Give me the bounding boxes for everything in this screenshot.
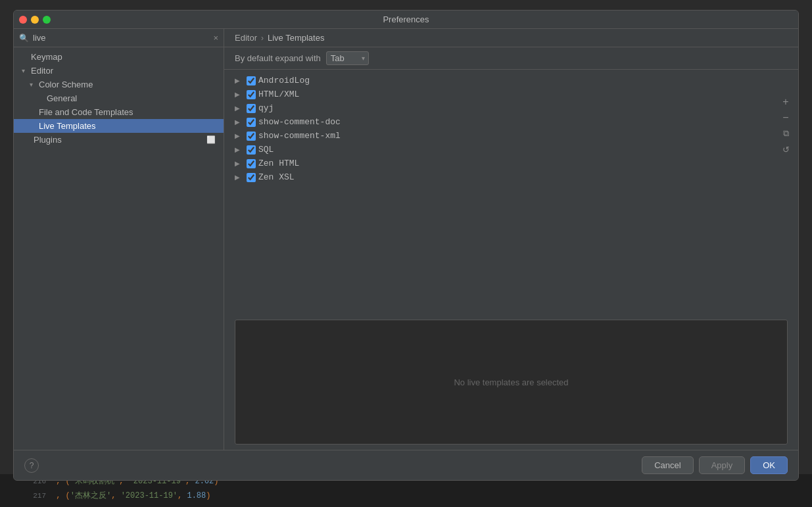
dialog-footer: ? Cancel Apply OK [14, 450, 798, 480]
main-list-area: ▶ AndroidLog ▶ HTML/XML ▶ qyj [224, 70, 798, 450]
sidebar-item-file-and-code-templates[interactable]: File and Code Templates [14, 105, 224, 119]
code-line-2: , ('杰林之反', '2023-11-19', 1.88) [56, 491, 210, 500]
template-group-qyj[interactable]: ▶ qyj [224, 101, 798, 115]
dialog-titlebar: Preferences [14, 11, 798, 29]
help-button[interactable]: ? [24, 458, 39, 473]
group-checkbox-show-comment-doc[interactable] [247, 118, 256, 127]
breadcrumb-separator: › [261, 34, 264, 43]
expand-label: By default expand with [235, 53, 321, 63]
sidebar-label-general: General [47, 93, 77, 103]
template-group-zen-xsl[interactable]: ▶ Zen XSL [224, 170, 798, 184]
templates-list: ▶ AndroidLog ▶ HTML/XML ▶ qyj [224, 70, 798, 314]
template-group-zen-html[interactable]: ▶ Zen HTML [224, 157, 798, 170]
group-name-html-xml: HTML/XML [258, 89, 299, 99]
tree-arrow-editor: ▾ [22, 67, 31, 74]
left-panel: 🔍 × Keymap ▾ Editor ▾ Color Scheme [14, 29, 224, 450]
preferences-dialog: Preferences 🔍 × Keymap ▾ Editor [13, 10, 799, 481]
remove-template-button[interactable]: − [778, 110, 793, 125]
sidebar-item-editor[interactable]: ▾ Editor [14, 64, 224, 78]
add-template-button[interactable]: + [778, 95, 793, 109]
group-name-zen-html: Zen HTML [258, 158, 299, 168]
toolbar-bar: By default expand with Tab Enter Space [224, 47, 798, 70]
side-actions: + − ⧉ ↺ [778, 95, 793, 157]
close-button[interactable] [19, 16, 27, 24]
group-checkbox-zen-html[interactable] [247, 159, 256, 168]
group-arrow-zen-html: ▶ [235, 160, 244, 167]
copy-template-button[interactable]: ⧉ [778, 126, 793, 141]
footer-left: ? [24, 458, 39, 473]
cancel-button[interactable]: Cancel [642, 456, 693, 474]
plugins-badge: ⬜ [206, 135, 216, 144]
template-group-show-comment-xml[interactable]: ▶ show-comment-xml [224, 129, 798, 143]
minimize-button[interactable] [31, 16, 39, 24]
group-checkbox-zen-xsl[interactable] [247, 173, 256, 182]
breadcrumb-current: Live Templates [268, 33, 324, 43]
group-name-qyj: qyj [258, 103, 274, 113]
sidebar-label-keymap: Keymap [31, 52, 62, 62]
code-line-num-2: 217 [26, 490, 46, 502]
group-arrow-sql: ▶ [235, 146, 244, 153]
sidebar-tree: Keymap ▾ Editor ▾ Color Scheme General [14, 47, 224, 450]
traffic-lights [19, 16, 51, 24]
search-bar: 🔍 × [14, 29, 224, 47]
search-input[interactable] [33, 33, 209, 43]
template-group-html-xml[interactable]: ▶ HTML/XML [224, 87, 798, 101]
restore-template-button[interactable]: ↺ [778, 142, 793, 157]
template-group-show-comment-doc[interactable]: ▶ show-comment-doc [224, 115, 798, 129]
sidebar-item-plugins[interactable]: Plugins ⬜ [14, 133, 224, 147]
apply-button[interactable]: Apply [699, 456, 746, 474]
sidebar-label-file-and-code-templates: File and Code Templates [39, 107, 133, 117]
group-checkbox-android-log[interactable] [247, 76, 256, 85]
group-name-show-comment-xml: show-comment-xml [258, 131, 341, 141]
maximize-button[interactable] [43, 16, 51, 24]
group-name-show-comment-doc: show-comment-doc [258, 117, 341, 127]
empty-panel-message: No live templates are selected [454, 377, 568, 387]
group-arrow-zen-xsl: ▶ [235, 174, 244, 181]
sidebar-item-color-scheme[interactable]: ▾ Color Scheme [14, 78, 224, 91]
sidebar-label-color-scheme: Color Scheme [39, 80, 93, 89]
search-icon: 🔍 [19, 34, 29, 43]
group-checkbox-show-comment-xml[interactable] [247, 132, 256, 141]
group-arrow-show-comment-doc: ▶ [235, 118, 244, 126]
group-checkbox-sql[interactable] [247, 145, 256, 155]
group-name-zen-xsl: Zen XSL [258, 172, 295, 182]
group-arrow-show-comment-xml: ▶ [235, 132, 244, 139]
group-arrow-html-xml: ▶ [235, 91, 244, 98]
tree-arrow-color-scheme: ▾ [30, 81, 39, 88]
ok-button[interactable]: OK [750, 456, 788, 474]
breadcrumb-parent: Editor [235, 33, 257, 43]
group-name-android-log: AndroidLog [258, 76, 310, 85]
sidebar-label-live-templates: Live Templates [39, 121, 95, 131]
sidebar-item-keymap[interactable]: Keymap [14, 50, 224, 64]
group-name-sql: SQL [258, 145, 274, 155]
group-arrow-qyj: ▶ [235, 105, 244, 112]
group-checkbox-html-xml[interactable] [247, 90, 256, 99]
clear-search-button[interactable]: × [213, 34, 218, 42]
template-group-android-log[interactable]: ▶ AndroidLog [224, 74, 798, 87]
group-checkbox-qyj[interactable] [247, 104, 256, 113]
sidebar-item-live-templates[interactable]: Live Templates [14, 119, 224, 133]
dialog-content: 🔍 × Keymap ▾ Editor ▾ Color Scheme [14, 29, 798, 450]
breadcrumb: Editor › Live Templates [224, 29, 798, 47]
dialog-title: Preferences [383, 14, 429, 24]
expand-select-wrapper[interactable]: Tab Enter Space [326, 51, 369, 65]
sidebar-label-editor: Editor [31, 66, 53, 76]
sidebar-item-general[interactable]: General [14, 91, 224, 105]
template-group-sql[interactable]: ▶ SQL [224, 143, 798, 157]
right-panel: Editor › Live Templates By default expan… [224, 29, 798, 450]
group-arrow-android-log: ▶ [235, 77, 244, 84]
expand-select[interactable]: Tab Enter Space [326, 51, 369, 65]
empty-panel: No live templates are selected [235, 320, 788, 445]
sidebar-label-plugins: Plugins [34, 135, 62, 145]
